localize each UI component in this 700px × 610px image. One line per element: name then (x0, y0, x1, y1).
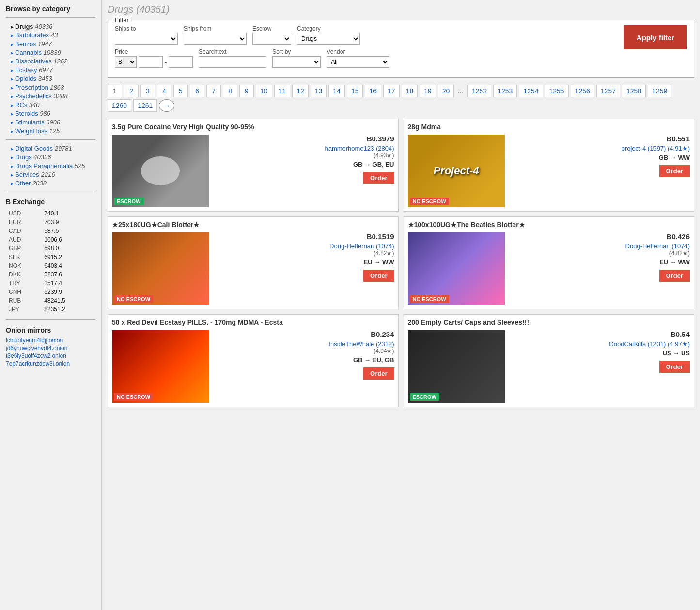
exchange-row: AUD1006.6 (7, 236, 94, 244)
sidebar-item-barbiturates[interactable]: Barbiturates 43 (6, 31, 95, 39)
sidebar-item-dissociatives[interactable]: Dissociatives 1262 (6, 58, 95, 65)
product-image (408, 232, 505, 305)
sidebar-item-ecstasy[interactable]: Ecstasy 6977 (6, 66, 95, 74)
main-cat-digital-goods[interactable]: Digital Goods 29781 (6, 145, 95, 152)
page-link-17[interactable]: 17 (383, 85, 400, 97)
ships-from-select[interactable] (184, 33, 247, 45)
price-currency-select[interactable]: B (115, 56, 137, 68)
sortby-label: Sort by (272, 48, 321, 55)
product-card: 50 x Red Devil Ecstasy PILLS. - 170mg MD… (108, 314, 399, 407)
escrow-badge: NO ESCROW (114, 393, 153, 401)
onion-link[interactable]: lchudifyeqm4ldjj.onion (6, 337, 95, 344)
page-link-3[interactable]: 3 (140, 85, 155, 97)
vendor-label: Vendor (327, 48, 389, 55)
page-link-1259[interactable]: 1259 (648, 85, 671, 97)
onion-link[interactable]: t3e6ly3uoif4zcw2.onion (6, 352, 95, 359)
order-button[interactable]: Order (363, 367, 394, 380)
sidebar-item-prescription[interactable]: Prescription 1863 (6, 84, 95, 91)
page-link-10[interactable]: 10 (256, 85, 272, 97)
sidebar-item-psychedelics[interactable]: Psychedelics 3288 (6, 92, 95, 100)
page-link-4[interactable]: 4 (157, 85, 171, 97)
order-button[interactable]: Order (659, 270, 690, 282)
page-link-1255[interactable]: 1255 (545, 85, 569, 97)
ships-from-label: Ships from (184, 25, 247, 32)
products-grid: 3.5g Pure Cocaine Very High Quality 90-9… (108, 119, 694, 407)
page-link-20[interactable]: 20 (438, 85, 454, 97)
searchtext-input[interactable] (199, 56, 266, 68)
product-image (408, 330, 505, 403)
sortby-select[interactable] (272, 56, 321, 68)
sidebar-item-stimulants[interactable]: Stimulants 6906 (6, 119, 95, 126)
vendor-select[interactable]: All (327, 56, 389, 68)
page-link-13[interactable]: 13 (311, 85, 327, 97)
product-vendor[interactable]: GoodCatKilla (1231) (4.97★) (510, 340, 690, 348)
main-cat-services[interactable]: Services 2216 (6, 171, 95, 178)
ships-to-select[interactable] (115, 33, 178, 45)
product-vendor[interactable]: Doug-Heffernan (1074) (510, 243, 690, 250)
product-info: B0.234 InsideTheWhale (2312) (4.94★) GB … (214, 330, 394, 403)
page-link-1254[interactable]: 1254 (519, 85, 543, 97)
product-shipping: EU → WW (510, 259, 690, 266)
page-link-15[interactable]: 15 (347, 85, 363, 97)
onion-link[interactable]: jd6yhuwcivehvdt4.onion (6, 345, 95, 351)
order-button[interactable]: Order (659, 361, 690, 373)
page-link-1256[interactable]: 1256 (571, 85, 594, 97)
product-vendor[interactable]: Doug-Heffernan (1074) (214, 243, 394, 250)
page-link-5[interactable]: 5 (173, 85, 188, 97)
page-link-19[interactable]: 19 (420, 85, 436, 97)
escrow-select[interactable] (252, 33, 291, 45)
page-link-1253[interactable]: 1253 (493, 85, 517, 97)
page-link-1258[interactable]: 1258 (622, 85, 646, 97)
page-link-9[interactable]: 9 (239, 85, 254, 97)
product-vendor[interactable]: InsideTheWhale (2312) (214, 340, 394, 348)
sidebar-item-steroids[interactable]: Steroids 986 (6, 110, 95, 117)
sidebar-item-rcs[interactable]: RCs 340 (6, 101, 95, 108)
page-link-16[interactable]: 16 (365, 85, 381, 97)
page-link-1257[interactable]: 1257 (596, 85, 620, 97)
sidebar-item-benzos[interactable]: Benzos 1947 (6, 40, 95, 47)
onion-link[interactable]: 7ep7acrkunzdcw3l.onion (6, 360, 95, 367)
sidebar-item-cannabis[interactable]: Cannabis 10839 (6, 49, 95, 56)
page-link-12[interactable]: 12 (292, 85, 309, 97)
apply-filter-button[interactable]: Apply filter (624, 25, 687, 49)
sidebar-item-opioids[interactable]: Opioids 3453 (6, 75, 95, 82)
order-button[interactable]: Order (363, 172, 394, 184)
main-cat-drugs-paraphernalia[interactable]: Drugs Paraphernalia 525 (6, 162, 95, 169)
product-card: 3.5g Pure Cocaine Very High Quality 90-9… (108, 119, 399, 212)
product-vendor[interactable]: hammerhome123 (2804) (214, 145, 394, 152)
page-link-6[interactable]: 6 (190, 85, 204, 97)
vendor-group: Vendor All (327, 48, 389, 68)
category-group: Category Drugs (297, 25, 360, 45)
page-link-11[interactable]: 11 (274, 85, 291, 97)
sidebar-item-drugs[interactable]: Drugs 40336 (6, 23, 95, 30)
page-link-7[interactable]: 7 (206, 85, 221, 97)
page-link-2[interactable]: 2 (124, 85, 139, 97)
page-link-1261[interactable]: 1261 (133, 99, 157, 112)
ships-to-group: Ships to (115, 25, 178, 45)
page-link-1[interactable]: 1 (108, 85, 122, 97)
sidebar-item-weight-loss[interactable]: Weight loss 125 (6, 127, 95, 135)
filter-legend: Filter (113, 16, 131, 24)
product-shipping: GB → GB, EU (214, 161, 394, 168)
order-button[interactable]: Order (363, 270, 394, 282)
order-button[interactable]: Order (659, 165, 690, 177)
product-price: B0.54 (510, 330, 690, 338)
product-title: 3.5g Pure Cocaine Very High Quality 90-9… (112, 123, 394, 131)
page-link-1252[interactable]: 1252 (467, 85, 491, 97)
category-select[interactable]: Drugs (297, 33, 360, 45)
price-min-input[interactable] (139, 56, 163, 68)
page-link-18[interactable]: 18 (402, 85, 418, 97)
main-cat-other[interactable]: Other 2038 (6, 180, 95, 187)
main-cat-drugs[interactable]: Drugs 40336 (6, 153, 95, 161)
page-link-1260[interactable]: 1260 (108, 99, 131, 112)
product-title: ★100x100UG★The Beatles Blotter★ (408, 221, 690, 229)
page-link-8[interactable]: 8 (223, 85, 237, 97)
next-page-button[interactable]: → (159, 99, 174, 112)
product-shipping: US → US (510, 350, 690, 357)
product-vendor[interactable]: project-4 (1597) (4.91★) (510, 145, 690, 152)
product-info: B0.551 project-4 (1597) (4.91★) GB → WW … (510, 135, 690, 207)
exchange-row: GBP598.0 (7, 244, 94, 252)
price-max-input[interactable] (169, 56, 193, 68)
escrow-badge: ESCROW (114, 198, 144, 205)
page-link-14[interactable]: 14 (328, 85, 345, 97)
